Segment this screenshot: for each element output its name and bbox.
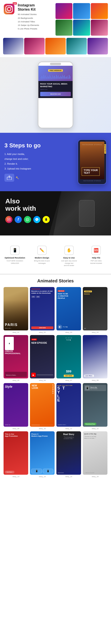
social-icon-instagram [5,216,13,223]
story-card-12: 📱 This Is Our App Promotion Download Now… [83,383,107,429]
story-cta-08: Learn More › [84,375,94,377]
story-inner-10: STORIES NEWLOOK [30,383,55,426]
story-inner-08: ProfessionalBusiness Learn More › [83,335,107,378]
steps-title: 3 Steps to go [5,142,73,149]
feature-desc-help: PDF and videotutorial included [84,260,108,264]
story-inner-13: This Is OurApp Promotion Get Now › [4,431,28,475]
story-card-09: Style swipe up › story_09 [4,383,28,429]
upload-icon-area: ↖ [5,174,73,182]
app-icon-12: 📱 [85,386,89,390]
story-card-13: This Is OurApp Promotion Get Now › story… [4,431,28,478]
story-date-07: 14.10.19 [56,337,81,338]
story-badge-04: UNDER X [84,290,92,292]
webinar-url: ugbase.com [40,89,71,90]
story-sub-05: Welcome to Stories... [6,374,17,376]
story-thumb-01: PARIS More Info › [4,287,28,330]
story-inner-06: VLOG NEW EPISODE ▶ [30,335,55,378]
steps-list: 1. Add your media, change text and color… [5,152,73,171]
story-sub-04: $99 [84,328,106,329]
story-card-08: ProfessionalBusiness Learn More › story_… [83,335,107,381]
logo-column: v.4 [3,3,15,15]
cursor-icon: ↖ [16,175,19,180]
feature-icon-phone: 📱 [10,246,20,255]
features-section: 📱 Optimized Resolution 9:16 FullHD resol… [0,239,111,274]
story-text-16: Quote of the day [84,433,106,435]
story-card-07: 14.10.19 PLAY ▶ $99 BUY NOW story_07 [56,335,81,381]
story-text-09: Style [5,385,12,388]
story-card-03: 05.04.19 HOW TO BEA CREATIVEPEOPLE ▶ PLA… [56,287,81,333]
webinar-section: FREE WEBINAR [0,57,111,133]
story-card-11: NEW COLLECTION S TYLE explore more › sto… [56,383,81,429]
social-icon-facebook: f [15,216,22,223]
play-label-03: PLAY ▶ [63,326,68,328]
story-card-06: VLOG NEW EPISODE ▶ story_06 [30,335,55,381]
story-card-04: UNDER X ROCKS $99 story_04 [83,287,107,333]
story-thumb-16: Quote of the day "Success is not final,f… [83,431,107,475]
steps-phone: QUOTES INSTAGRAM STORIES TYPE YOURTEXT I… [78,140,106,184]
step-1b: change text and color; [5,156,73,161]
steps-text: 3 Steps to go 1. Add your media, change … [5,142,73,182]
feature-title-easy: Easy to Use [57,257,81,259]
story-text-08: ProfessionalBusiness [84,336,106,340]
story-inner-16: Quote of the day "Success is not final,f… [83,431,107,475]
story-inner-15: Real Story "The photographer isan observ… [56,431,81,475]
story-thumb-15: Real Story "The photographer isan observ… [56,431,81,475]
insta-label-top: INSTAGRAM STORIES [80,144,104,146]
feature-title-resolution: Optimized Resolution [3,257,27,259]
story-thumb-03: 05.04.19 HOW TO BEA CREATIVEPEOPLE ▶ PLA… [56,287,81,330]
story-badge-03: 05.04.19 [58,290,65,292]
phone-icon-14: 📱 [31,469,42,473]
story-label-14: story_14 [30,476,55,478]
story-label-08: story_08 [83,379,107,381]
story-badge-text-07: PLAY ▶ [56,339,81,340]
upload-icon [5,174,14,182]
story-text-04: ROCKS [84,293,92,295]
story-card-01: PARIS More Info › story_01 [4,287,28,333]
webinar-content: ROCK YOUR SOCIAL MEDIA MARKETING ugbase.… [38,81,73,98]
story-text-05: CREATE PROFESSIONAL [5,350,27,354]
story-thumb-12: 📱 This Is Our App Promotion Download Now [83,383,107,426]
header-section: v.4 InstagramStories Kit 90 Animated Sto… [0,0,111,57]
feature-desc-design: Bring the best of yourmessages [30,260,54,264]
story-label-12: story_12 [83,428,107,430]
story-thumb-06: VLOG NEW EPISODE ▶ [30,335,55,378]
story-inner-11: NEW COLLECTION S TYLE explore more › [56,383,81,426]
feature-item-resolution: 📱 Optimized Resolution 9:16 FullHD resol… [3,246,27,267]
story-sub-15: @username [58,472,80,473]
feature-title-design: Modern Design [30,257,54,259]
preview-thumb-1 [56,3,73,19]
story-text-01: PARIS [5,323,27,327]
steps-section: 3 Steps to go 1. Add your media, change … [0,133,111,191]
preview-item-4 [66,38,87,54]
story-text-06: NEW EPISODE [31,342,47,344]
social-icon-snapchat [43,216,50,223]
social-icon-whatsapp [24,216,31,223]
story-sub-11: explore more › [58,424,80,425]
preview-thumb-4 [56,20,73,36]
stories-section: Animated Stories PARIS More Info › story… [0,275,111,481]
work-title: Also work with [5,198,106,212]
story-thumb-13: This Is OurApp Promotion Get Now › [4,431,28,475]
preview-thumb-2 [73,3,90,19]
feature-icon-pencil: ✏️ [37,246,47,255]
story-label-03: story_03 [56,331,81,333]
story-label-09: story_09 [4,428,28,430]
story-thumb-11: NEW COLLECTION S TYLE explore more › [56,383,81,426]
svg-rect-6 [7,218,10,221]
story-text-15: Real Story [58,433,80,436]
story-price-07: $99 [58,370,80,373]
story-inner-04: UNDER X ROCKS $99 [83,287,107,330]
feature-icon-help: 🆘 [91,246,101,255]
feature-item-easy: ✋ Easy to Use Just open any sourcechange… [57,246,81,267]
story-quote-16: "Success is not final,failure is not fat… [84,436,106,439]
feature-item-design: ✏️ Modern Design Bring the best of yourm… [30,246,54,267]
social-icon-messenger [33,216,40,223]
story-cta-13: Get Now › [5,471,15,473]
preview-thumb-5 [73,20,90,36]
story-vlog-badge: VLOG [31,338,37,340]
quotes-tag: QUOTES [104,144,106,154]
kit-features: 90 Animated Stories 20 Backgrounds 10 An… [18,12,53,30]
story-label-04: story_04 [83,331,107,333]
story-label-11: story_11 [56,428,81,430]
social-icons-row: f [5,216,106,223]
